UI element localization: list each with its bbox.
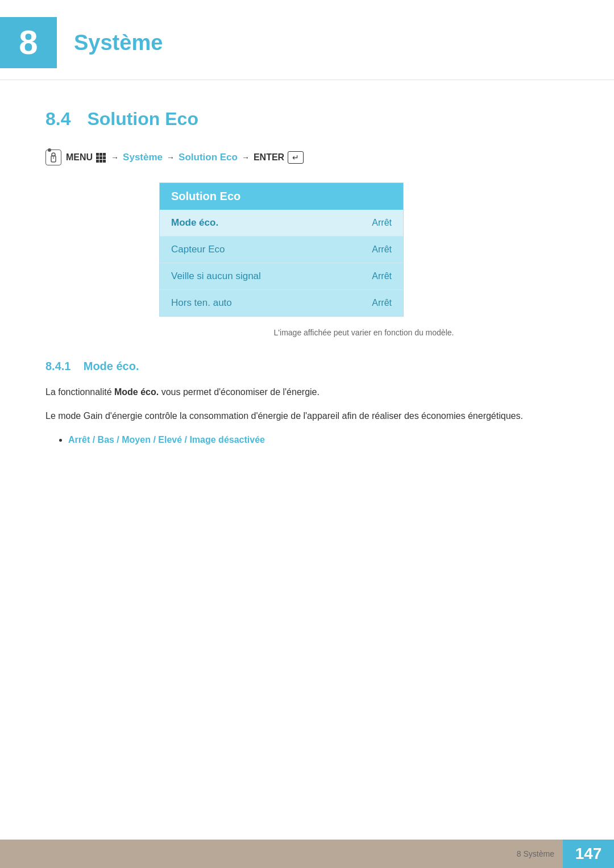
menu-label-hors-ten: Hors ten. auto — [171, 297, 232, 309]
main-content: 8.4 Solution Eco MENU → Système → Soluti… — [0, 80, 614, 476]
section-heading: 8.4 Solution Eco — [45, 109, 569, 130]
solution-eco-menu: Solution Eco Mode éco. Arrêt Capteur Eco… — [159, 182, 404, 317]
section-title: Solution Eco — [87, 109, 198, 129]
menu-item-mode-eco[interactable]: Mode éco. Arrêt — [160, 210, 403, 236]
chapter-number-block: 8 — [0, 17, 57, 68]
bold-mode-eco-1: Mode éco. — [114, 387, 159, 397]
paragraph-1: La fonctionnalité Mode éco. vous permet … — [45, 384, 569, 400]
arrow-3: → — [242, 153, 250, 162]
page-footer: 8 Système 147 — [0, 840, 614, 868]
enter-label: ENTER — [254, 152, 284, 163]
menu-label-veille: Veille si aucun signal — [171, 271, 261, 282]
breadcrumb-systeme: Système — [123, 152, 163, 163]
subsection-number: 8.4.1 — [45, 360, 70, 372]
chapter-header: 8 Système — [0, 0, 614, 80]
arrow-2: → — [167, 153, 175, 162]
image-caption: L'image affichée peut varier en fonction… — [159, 328, 569, 337]
grid-icon — [96, 153, 106, 163]
menu-label-capteur-eco: Capteur Eco — [171, 244, 225, 255]
enter-icon: ↵ — [288, 151, 304, 164]
arrow-1: → — [111, 153, 119, 162]
menu-label-mode-eco: Mode éco. — [171, 217, 218, 229]
subsection-title: Mode éco. — [84, 360, 139, 372]
menu-item-veille[interactable]: Veille si aucun signal Arrêt — [160, 263, 403, 290]
menu-item-capteur-eco[interactable]: Capteur Eco Arrêt — [160, 236, 403, 263]
menu-value-veille: Arrêt — [372, 271, 392, 281]
breadcrumb-solution-eco: Solution Eco — [179, 152, 238, 163]
chapter-number: 8 — [19, 26, 38, 60]
options-highlight: Arrêt / Bas / Moyen / Elevé / Image désa… — [68, 435, 265, 445]
section-number: 8.4 — [45, 109, 70, 129]
menu-title: Solution Eco — [160, 183, 403, 210]
menu-item-hors-ten[interactable]: Hors ten. auto Arrêt — [160, 290, 403, 316]
menu-value-capteur-eco: Arrêt — [372, 244, 392, 255]
chapter-title: Système — [74, 31, 163, 55]
remote-icon — [45, 149, 61, 165]
options-list: Arrêt / Bas / Moyen / Elevé / Image désa… — [45, 432, 569, 447]
navigation-breadcrumb: MENU → Système → Solution Eco → ENTER ↵ — [45, 149, 569, 165]
paragraph-2: Le mode Gain d'énergie contrôle la conso… — [45, 408, 569, 423]
menu-value-mode-eco: Arrêt — [372, 218, 392, 228]
menu-value-hors-ten: Arrêt — [372, 298, 392, 308]
svg-point-2 — [53, 157, 54, 159]
subsection-heading: 8.4.1 Mode éco. — [45, 360, 569, 373]
menu-label: MENU — [66, 152, 93, 163]
list-item-options: Arrêt / Bas / Moyen / Elevé / Image désa… — [68, 432, 569, 447]
page-number: 147 — [563, 840, 614, 868]
footer-chapter-label: 8 Système — [517, 849, 554, 858]
